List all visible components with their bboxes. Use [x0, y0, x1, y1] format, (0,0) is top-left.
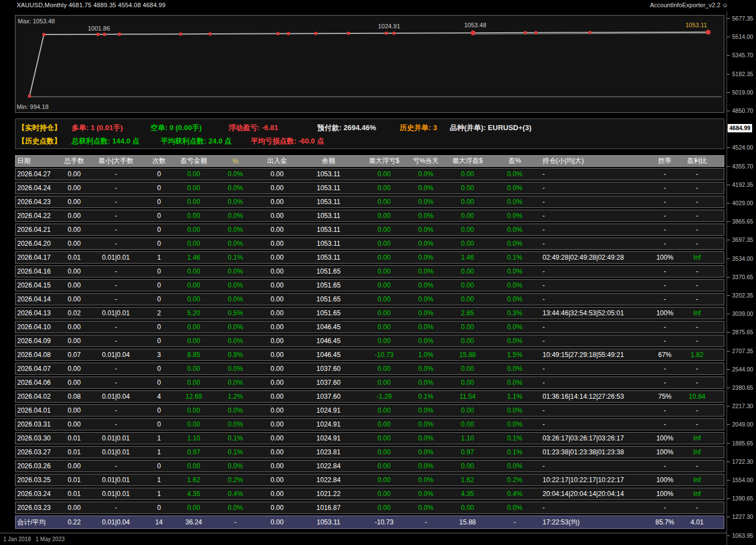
price-axis-label: 2049.00: [732, 421, 753, 428]
price-axis-label: 3697.35: [732, 236, 753, 243]
table-cell: 10:49:15|27:29:18|55:49:21: [540, 351, 645, 359]
table-cell: 4: [142, 393, 176, 400]
table-cell: 0.00: [445, 240, 490, 247]
table-cell: -: [540, 212, 645, 220]
table-cell: 0: [142, 198, 176, 206]
table-cell: -: [89, 323, 142, 331]
table-cell: 0.00: [445, 365, 490, 373]
price-axis-label: 4192.35: [732, 181, 753, 188]
table-cell: 1037.60: [295, 393, 362, 400]
table-cell: 0.00: [362, 504, 406, 512]
table-cell: -: [684, 337, 710, 345]
table-cell: 0.0%: [406, 434, 445, 442]
column-header: 盈利比: [684, 156, 710, 166]
table-cell: 0: [142, 462, 176, 470]
price-tick: [727, 18, 730, 19]
table-cell: 1053.11: [295, 184, 362, 192]
table-cell: 1: [142, 490, 176, 498]
table-cell: 0.00: [59, 184, 89, 192]
table-cell: -: [645, 365, 684, 373]
table-cell: 0.1%: [212, 448, 259, 456]
trade-dot: [42, 33, 46, 36]
column-header: 日期: [16, 156, 59, 166]
table-cell: 0.1%: [212, 434, 259, 442]
table-cell: 1.46: [176, 254, 212, 261]
table-cell: -: [684, 407, 710, 414]
table-cell: 1: [142, 254, 176, 261]
price-axis-label: 2217.30: [732, 403, 753, 409]
table-cell: 0.0%: [406, 281, 445, 289]
table-cell: 0.0%: [406, 490, 445, 498]
price-tick: [727, 536, 730, 536]
table-cell: 0.00: [259, 337, 295, 345]
table-cell: 0.0%: [212, 226, 259, 234]
table-cell: 2026.04.09: [16, 337, 59, 345]
price-tick: [727, 55, 730, 56]
table-cell: 0.00: [445, 281, 490, 289]
table-cell: -: [645, 281, 684, 289]
table-cell: 0.00: [445, 267, 490, 275]
time-axis[interactable]: 1 Jan 2018 1 May 2023: [0, 533, 727, 545]
trade-dot: [179, 32, 182, 36]
balance-point-label: 1053.48: [464, 22, 486, 28]
table-cell: 0.0%: [490, 337, 540, 345]
table-cell: 1022.84: [295, 462, 362, 470]
table-cell: 1.46: [445, 254, 490, 261]
realtime-section-label: 【实时持仓】: [18, 123, 61, 133]
table-cell: 1024.91: [295, 407, 362, 414]
indicator-content: Max: 1053.48 Min: 994.18 1001.861024.911…: [0, 11, 727, 545]
table-cell: 0.00: [259, 351, 295, 359]
table-cell: 0.0%: [490, 281, 540, 289]
summary-cell: -: [212, 518, 259, 526]
balance-point-label: 1053.11: [685, 22, 707, 28]
long-position-value: 多单: 1 (0.01手): [72, 123, 123, 133]
table-cell: -: [645, 295, 684, 303]
table-row: 2026.04.130.020.01|0.0125.200.5%0.001051…: [15, 307, 724, 319]
table-cell: 0.0%: [406, 448, 445, 456]
trade-dot: [28, 95, 31, 98]
table-row: 2026.04.150.00-00.000.0%0.001051.650.000…: [15, 279, 724, 291]
table-cell: 100%: [645, 448, 684, 456]
table-cell: 0.0%: [212, 462, 259, 470]
table-cell: 8.85: [176, 351, 212, 359]
chart-title-bar: XAUUSD,Monthly 4681.75 4889.35 4554.08 4…: [0, 0, 756, 11]
table-cell: 0.0%: [490, 267, 540, 275]
summary-cell: 4.01: [684, 518, 710, 526]
table-cell: 2026.04.21: [16, 226, 59, 234]
table-cell: 1: [142, 448, 176, 456]
table-cell: 0.1%: [212, 254, 259, 261]
table-cell: 0.00: [362, 490, 406, 498]
price-axis-label: 2544.00: [732, 366, 753, 373]
table-cell: -: [684, 295, 710, 303]
table-cell: 2026.04.15: [16, 281, 59, 289]
price-tick: [727, 480, 730, 480]
balance-curve-panel[interactable]: Max: 1053.48 Min: 994.18 1001.861024.911…: [15, 15, 724, 113]
table-cell: 0.00: [362, 434, 406, 442]
price-axis-label: 1227.30: [732, 513, 753, 520]
table-cell: 0.00: [176, 323, 212, 331]
table-cell: 0.0%: [406, 170, 445, 178]
table-cell: 0.00: [362, 184, 406, 192]
table-cell: 1051.65: [295, 309, 362, 317]
table-cell: 0.0%: [212, 184, 259, 192]
price-axis[interactable]: 5677.355514.005345.705182.355019.004850.…: [727, 11, 756, 545]
table-cell: 2026.04.08: [16, 351, 59, 359]
table-row: 2026.04.070.00-00.000.0%0.001037.600.000…: [15, 363, 724, 375]
table-cell: 0: [142, 170, 176, 178]
table-cell: 0: [142, 240, 176, 247]
table-cell: 0.0%: [406, 407, 445, 414]
table-cell: 0.00: [259, 365, 295, 373]
table-cell: 0.0%: [212, 365, 259, 373]
trade-dot: [118, 33, 121, 36]
table-row: 2026.04.160.00-00.000.0%0.001051.650.000…: [15, 265, 724, 278]
table-cell: 2: [142, 309, 176, 317]
table-cell: 0.01: [59, 476, 89, 484]
table-cell: -: [89, 379, 142, 387]
trade-dot: [103, 33, 106, 36]
table-cell: 4.35: [445, 490, 490, 498]
table-cell: 0.01|0.01: [89, 254, 142, 261]
summary-cell: -: [406, 518, 445, 526]
price-tick: [727, 147, 730, 148]
table-row: 2026.04.060.00-00.000.0%0.001037.600.000…: [15, 376, 724, 389]
table-cell: -: [645, 379, 684, 387]
